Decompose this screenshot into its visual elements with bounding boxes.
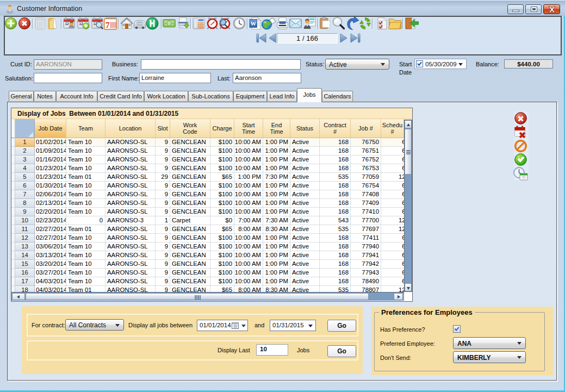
svg-text:7: 7 (105, 21, 110, 29)
svg-text:12: 12 (65, 22, 70, 26)
svg-text:W: W (251, 21, 257, 27)
svg-text:12: 12 (79, 22, 84, 26)
